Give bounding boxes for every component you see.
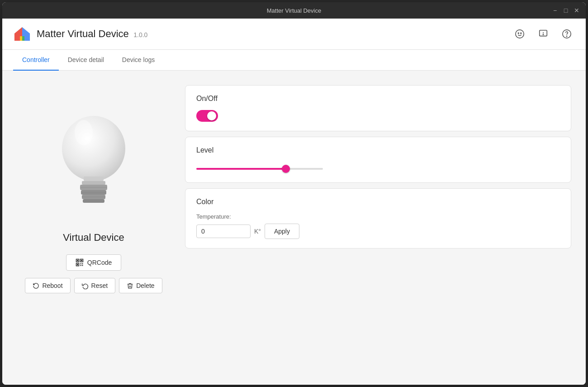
tab-controller[interactable]: Controller bbox=[13, 50, 59, 71]
delete-label: Delete bbox=[136, 282, 154, 289]
level-title: Level bbox=[196, 146, 560, 154]
left-panel: Virtual Device QRCode bbox=[17, 85, 171, 370]
qrcode-button[interactable]: QRCode bbox=[66, 254, 121, 271]
app-header-right bbox=[512, 26, 575, 42]
reset-button[interactable]: Reset bbox=[74, 278, 116, 293]
level-card: Level bbox=[185, 137, 571, 183]
svg-rect-28 bbox=[80, 265, 81, 266]
level-slider[interactable] bbox=[196, 168, 323, 170]
reboot-button[interactable]: Reboot bbox=[25, 278, 70, 293]
delete-icon bbox=[127, 282, 133, 289]
minimize-button[interactable]: − bbox=[551, 7, 559, 14]
app-header: Matter Virtual Device 1.0.0 bbox=[2, 19, 586, 50]
onoff-card: On/Off bbox=[185, 85, 571, 131]
svg-point-6 bbox=[543, 34, 543, 35]
help-button[interactable] bbox=[559, 26, 575, 42]
color-title: Color bbox=[196, 198, 560, 206]
svg-rect-25 bbox=[77, 264, 78, 265]
temp-label: Temperature: bbox=[196, 213, 560, 220]
onoff-toggle[interactable] bbox=[196, 110, 218, 122]
qrcode-icon bbox=[76, 258, 84, 267]
svg-point-2 bbox=[518, 33, 519, 33]
titlebar-controls: − □ ✕ bbox=[551, 7, 580, 14]
color-card: Color Temperature: K° Apply bbox=[185, 188, 571, 248]
svg-point-3 bbox=[521, 33, 522, 33]
svg-point-8 bbox=[566, 36, 567, 36]
svg-rect-26 bbox=[80, 263, 81, 264]
feedback-icon bbox=[538, 29, 548, 39]
svg-point-1 bbox=[516, 30, 524, 38]
feedback-button[interactable] bbox=[535, 26, 551, 42]
app-header-left: Matter Virtual Device 1.0.0 bbox=[13, 25, 147, 43]
tabs-bar: Controller Device detail Device logs bbox=[2, 50, 586, 71]
app-title: Matter Virtual Device bbox=[37, 28, 129, 39]
svg-rect-13 bbox=[81, 190, 106, 195]
smiley-icon bbox=[515, 29, 525, 39]
device-name: Virtual Device bbox=[63, 232, 124, 244]
delete-button[interactable]: Delete bbox=[119, 278, 162, 293]
svg-rect-29 bbox=[82, 265, 83, 266]
restore-button[interactable]: □ bbox=[562, 7, 569, 14]
svg-rect-21 bbox=[77, 260, 78, 261]
svg-rect-10 bbox=[84, 177, 104, 181]
apply-button[interactable]: Apply bbox=[265, 224, 299, 239]
titlebar: Matter Virtual Device − □ ✕ bbox=[2, 2, 586, 19]
toggle-track bbox=[196, 110, 218, 122]
app-window: Matter Virtual Device − □ ✕ bbox=[2, 2, 586, 385]
temperature-unit: K° bbox=[254, 228, 261, 235]
app-version: 1.0.0 bbox=[133, 31, 147, 38]
close-button[interactable]: ✕ bbox=[573, 7, 580, 14]
right-panel: On/Off Level Colo bbox=[185, 85, 571, 370]
bulb-container bbox=[48, 103, 139, 221]
light-bulb-icon bbox=[53, 108, 134, 216]
tab-device-detail[interactable]: Device detail bbox=[59, 50, 113, 71]
titlebar-title: Matter Virtual Device bbox=[267, 7, 321, 14]
app-logo bbox=[13, 25, 31, 43]
temperature-input[interactable] bbox=[196, 225, 251, 238]
reset-icon bbox=[82, 282, 89, 289]
reboot-icon bbox=[33, 282, 39, 289]
svg-rect-15 bbox=[83, 199, 104, 203]
content-area: Virtual Device QRCode bbox=[2, 71, 586, 385]
svg-point-9 bbox=[62, 116, 125, 181]
svg-rect-27 bbox=[82, 263, 83, 264]
qrcode-label: QRCode bbox=[87, 259, 112, 266]
reboot-label: Reboot bbox=[42, 282, 62, 289]
app-title-group: Matter Virtual Device 1.0.0 bbox=[37, 28, 147, 40]
action-buttons: Reboot Reset bbox=[25, 278, 162, 293]
slider-wrapper bbox=[196, 162, 560, 173]
toggle-wrapper bbox=[196, 110, 560, 122]
svg-rect-23 bbox=[81, 260, 82, 261]
svg-point-19 bbox=[75, 120, 93, 145]
smiley-button[interactable] bbox=[512, 26, 528, 42]
tab-device-logs[interactable]: Device logs bbox=[113, 50, 164, 71]
help-icon bbox=[562, 29, 572, 39]
onoff-title: On/Off bbox=[196, 95, 560, 103]
toggle-thumb bbox=[207, 111, 216, 120]
svg-rect-11 bbox=[82, 181, 105, 185]
color-temp-row: K° Apply bbox=[196, 224, 560, 239]
reset-label: Reset bbox=[91, 282, 108, 289]
